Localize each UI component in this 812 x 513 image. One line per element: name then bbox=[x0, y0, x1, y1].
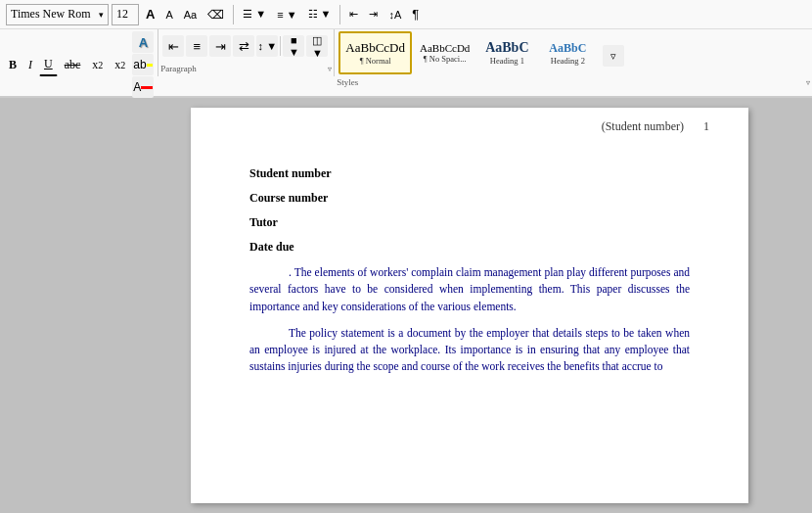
highlight-button[interactable]: ab bbox=[132, 54, 154, 75]
line-spacing-button[interactable]: ↕ ▼ bbox=[256, 35, 278, 57]
decrease-indent-button[interactable]: ⇤ bbox=[345, 4, 362, 25]
paragraph-1: . The elements of workers' complain clai… bbox=[249, 264, 690, 315]
styles-group-content: AaBbCcDd ¶ Normal AaBbCcDd ¶ No Spaci...… bbox=[335, 29, 812, 76]
shading-button[interactable]: ■ ▼ bbox=[283, 35, 304, 57]
style-h1-label: Heading 1 bbox=[490, 56, 524, 66]
meta-student-number: Student number bbox=[249, 166, 690, 181]
bold-button[interactable]: B bbox=[4, 53, 22, 76]
document-page[interactable]: (Student number) 1 Student number Course… bbox=[191, 108, 748, 503]
style-heading2[interactable]: AaBbC Heading 2 bbox=[538, 31, 597, 74]
change-case-button[interactable]: Aa bbox=[180, 4, 201, 25]
justify-button[interactable]: ⇄ bbox=[233, 35, 254, 57]
sep1 bbox=[233, 5, 234, 24]
styles-group: AaBbCcDd ¶ Normal AaBbCcDd ¶ No Spaci...… bbox=[335, 29, 812, 76]
style-normal-preview: AaBbCcDd bbox=[345, 40, 405, 56]
styles-more-button[interactable]: ▿ bbox=[603, 45, 624, 67]
bullet-list-button[interactable]: ☰ ▼ bbox=[239, 4, 270, 25]
text-effects-button[interactable]: A bbox=[132, 31, 154, 53]
style-h1-preview: AaBbC bbox=[485, 40, 528, 56]
sep2 bbox=[339, 5, 340, 24]
strikethrough-button[interactable]: abc bbox=[60, 53, 86, 76]
font-size-box[interactable]: 12 bbox=[112, 4, 139, 25]
font-size-label: 12 bbox=[116, 7, 128, 22]
font-color-button[interactable]: A bbox=[132, 76, 154, 98]
style-heading1[interactable]: AaBbC Heading 1 bbox=[477, 31, 536, 74]
align-right-button[interactable]: ⇥ bbox=[209, 35, 231, 57]
style-no-spacing[interactable]: AaBbCcDd ¶ No Spaci... bbox=[414, 31, 475, 74]
style-normal[interactable]: AaBbCcDd ¶ Normal bbox=[338, 31, 412, 74]
style-nospace-preview: AaBbCcDd bbox=[420, 42, 470, 54]
page-header: (Student number) 1 bbox=[602, 119, 709, 134]
meta-tutor: Tutor bbox=[249, 215, 690, 230]
meta-course-number: Course number bbox=[249, 191, 690, 206]
sidebar bbox=[0, 98, 127, 513]
subscript-button[interactable]: x2 bbox=[87, 53, 108, 76]
style-h2-label: Heading 2 bbox=[551, 56, 585, 66]
style-h2-preview: AaBbC bbox=[549, 41, 586, 56]
font-shrink-button[interactable]: A bbox=[161, 4, 176, 25]
font-grow-button[interactable]: A bbox=[142, 4, 158, 25]
italic-button[interactable]: I bbox=[23, 53, 37, 76]
styles-expand-arrow[interactable]: ▿ bbox=[806, 78, 810, 87]
font-name-label: Times New Rom bbox=[11, 7, 91, 22]
paragraph-group-label: Paragraph bbox=[160, 63, 196, 75]
align-center-button[interactable]: ≡ bbox=[186, 35, 207, 57]
para-sep bbox=[280, 36, 281, 56]
multilevel-list-button[interactable]: ☷ ▼ bbox=[304, 4, 336, 25]
main-area: (Student number) 1 Student number Course… bbox=[0, 98, 812, 513]
underline-button[interactable]: U bbox=[39, 53, 58, 76]
show-formatting-button[interactable]: ¶ bbox=[408, 4, 423, 25]
page-number: 1 bbox=[703, 119, 709, 134]
ribbon: Times New Rom ▾ 12 A A Aa ⌫ ☰ ▼ ≡ ▼ ☷ ▼ … bbox=[0, 0, 812, 98]
paragraph-expand-arrow[interactable]: ▿ bbox=[328, 65, 332, 73]
styles-group-label: Styles bbox=[337, 76, 358, 89]
style-nospace-label: ¶ No Spaci... bbox=[424, 54, 467, 64]
paragraph-group-content: ⇤ ≡ ⇥ ⇄ ↕ ▼ ■ ▼ ◫ ▼ bbox=[158, 29, 334, 63]
style-normal-label: ¶ Normal bbox=[360, 56, 391, 66]
clear-format-button[interactable]: ⌫ bbox=[203, 4, 228, 25]
paragraph-label-row: Paragraph ▿ bbox=[158, 63, 334, 76]
ribbon-format-row: B I U abc x2 x2 A ab A Font ▿ ⇤ bbox=[0, 29, 812, 76]
superscript-button[interactable]: x2 bbox=[110, 53, 130, 76]
paragraph-group: ⇤ ≡ ⇥ ⇄ ↕ ▼ ■ ▼ ◫ ▼ Paragraph ▿ bbox=[158, 29, 335, 76]
student-number-header: (Student number) bbox=[602, 119, 684, 134]
page-area: (Student number) 1 Student number Course… bbox=[127, 98, 812, 513]
font-name-arrow[interactable]: ▾ bbox=[99, 10, 104, 20]
font-group-content: B I U abc x2 x2 A ab A bbox=[0, 29, 158, 100]
page-body: Student number Course number Tutor Date … bbox=[249, 166, 690, 376]
borders-button[interactable]: ◫ ▼ bbox=[306, 35, 328, 57]
font-group: B I U abc x2 x2 A ab A Font ▿ bbox=[0, 29, 158, 76]
increase-indent-button[interactable]: ⇥ bbox=[365, 4, 382, 25]
paragraph-2: The policy statement is a document by th… bbox=[249, 325, 690, 376]
sort-button[interactable]: ↕A bbox=[384, 4, 405, 25]
numbered-list-button[interactable]: ≡ ▼ bbox=[273, 4, 300, 25]
ribbon-font-row: Times New Rom ▾ 12 A A Aa ⌫ ☰ ▼ ≡ ▼ ☷ ▼ … bbox=[0, 0, 812, 29]
text-effects-group: A ab A bbox=[132, 31, 154, 98]
font-name-box[interactable]: Times New Rom ▾ bbox=[6, 4, 109, 25]
meta-date-due: Date due bbox=[249, 240, 690, 255]
align-left-button[interactable]: ⇤ bbox=[162, 35, 184, 57]
styles-label-row: Styles ▿ bbox=[335, 76, 812, 90]
